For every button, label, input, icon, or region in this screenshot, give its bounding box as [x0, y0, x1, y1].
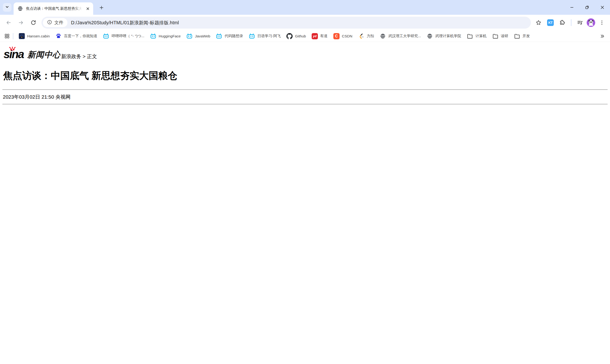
close-window-button[interactable]: [595, 0, 610, 15]
bookmark-star-button[interactable]: [533, 17, 544, 28]
tab-close-button[interactable]: [85, 5, 91, 12]
site-info-chip[interactable]: 文件: [43, 18, 67, 27]
bookmark-label: JavaWeb: [195, 34, 210, 38]
forward-arrow-icon: [18, 20, 24, 26]
bookmark-item[interactable]: 武理计算机学院: [424, 32, 464, 40]
panda-avatar-icon: [587, 18, 595, 27]
browser-titlebar: 焦点访谈：中国底气 新思想夯实大国粮仓: [0, 0, 610, 15]
three-dots-icon: [599, 20, 605, 26]
bookmark-item[interactable]: 力扣: [356, 32, 376, 40]
bookmark-item[interactable]: HuggingFace: [148, 32, 183, 40]
cabin-favicon-icon: [19, 33, 25, 39]
media-controls-button[interactable]: [575, 17, 585, 28]
apps-shortcut-button[interactable]: [3, 32, 11, 40]
toolbar-right-icons: KT: [533, 17, 607, 28]
browser-toolbar: 文件 D:/Java%20Study/HTML/01新浪新闻-标题排版.html…: [0, 15, 610, 30]
sina-red-eye-icon: [10, 47, 15, 51]
browser-tab[interactable]: 焦点访谈：中国底气 新思想夯实大国粮仓: [13, 2, 93, 15]
reload-icon: [30, 20, 37, 26]
sina-header: sina 新闻中心 新浪政务 > 正文: [3, 42, 608, 61]
folder-icon: [467, 33, 473, 39]
bookmark-label: 百度一下，你就知道: [64, 34, 97, 39]
bookmarks-divider: [13, 33, 13, 39]
bilibili-icon: [186, 33, 193, 39]
bookmark-item[interactable]: 日语学习-阿飞: [247, 32, 283, 40]
bookmark-label: 代码随想录: [224, 34, 243, 39]
github-icon: [286, 33, 293, 39]
bookmark-item[interactable]: 武汉理工大学研究...: [377, 32, 423, 40]
window-controls: [564, 0, 610, 15]
info-icon: [47, 20, 52, 26]
bilibili-icon: [216, 33, 222, 39]
bookmark-item[interactable]: 开发: [512, 32, 532, 40]
bookmark-label: 力扣: [367, 34, 374, 39]
kt-extension-icon: KT: [547, 19, 554, 26]
bookmark-label: CSDN: [342, 34, 352, 38]
bookmark-item[interactable]: JavaWeb: [184, 32, 213, 40]
bookmark-item[interactable]: 哔哩哔哩（ °- °)つ...: [101, 32, 147, 40]
article-headline: 焦点访谈：中国底气 新思想夯实大国粮仓: [3, 70, 608, 81]
media-playlist-icon: [577, 20, 583, 26]
sina-news-logo[interactable]: sina 新闻中心: [3, 47, 60, 61]
bookmark-label: Github: [295, 34, 306, 38]
browser-menu-button[interactable]: [597, 17, 607, 28]
apps-grid-icon: [4, 34, 10, 39]
bookmark-item[interactable]: 百度一下，你就知道: [53, 32, 100, 40]
minimize-button[interactable]: [564, 0, 580, 15]
youdao-icon: yd: [312, 33, 318, 39]
puzzle-icon: [559, 20, 565, 26]
bilibili-icon: [249, 33, 255, 39]
folder-icon: [514, 33, 520, 39]
star-icon: [535, 20, 542, 26]
globe-icon: [380, 33, 386, 39]
bookmark-label: HuggingFace: [159, 34, 181, 38]
bookmark-label: 武汉理工大学研究...: [389, 34, 421, 39]
globe-icon: [427, 33, 433, 39]
toolbar-divider: [571, 19, 571, 26]
url-text: D:/Java%20Study/HTML/01新浪新闻-标题排版.html: [71, 20, 179, 26]
back-button[interactable]: [3, 17, 14, 28]
restore-button[interactable]: [580, 0, 595, 15]
file-chip-label: 文件: [54, 20, 63, 26]
headline-divider-bottom: [2, 104, 608, 104]
tab-title-fade: [73, 6, 85, 11]
folder-icon: [492, 33, 498, 39]
profile-avatar[interactable]: [587, 18, 595, 27]
bookmark-label: 读研: [501, 34, 508, 39]
bookmark-label: 有道: [320, 34, 328, 39]
back-arrow-icon: [5, 20, 12, 26]
chevron-down-icon: [5, 5, 9, 10]
forward-button[interactable]: [15, 17, 27, 28]
bookmark-label: 武理计算机学院: [435, 34, 461, 39]
bookmark-label: 计算机: [475, 34, 487, 39]
new-tab-button[interactable]: [97, 3, 106, 13]
extensions-button[interactable]: [557, 17, 568, 28]
double-chevron-right-icon: [600, 34, 605, 39]
bilibili-icon: [150, 33, 156, 39]
bookmarks-list: Hansen.cabin百度一下，你就知道哔哩哔哩（ °- °)つ...Hugg…: [16, 32, 597, 40]
plus-icon: [99, 5, 104, 11]
bookmark-item[interactable]: yd有道: [309, 32, 330, 40]
bookmark-label: 日语学习-阿飞: [257, 34, 281, 39]
bookmark-item[interactable]: 计算机: [464, 32, 489, 40]
article-dateline: 2023年03月02日 21:50 央视网: [3, 94, 608, 100]
bookmark-label: 哔哩哔哩（ °- °)つ...: [112, 34, 144, 39]
bookmark-item[interactable]: CCSDN: [331, 32, 355, 40]
leetcode-icon: [358, 33, 364, 39]
bookmark-label: Hansen.cabin: [27, 34, 50, 38]
baidu-icon: [55, 33, 62, 39]
bilibili-icon: [103, 33, 109, 39]
bookmark-item[interactable]: Hansen.cabin: [16, 32, 52, 40]
headline-divider-top: [2, 89, 608, 90]
breadcrumb: 新浪政务 > 正文: [61, 53, 97, 61]
bookmark-item[interactable]: 读研: [490, 32, 511, 40]
reload-button[interactable]: [28, 17, 39, 28]
address-bar[interactable]: 文件 D:/Java%20Study/HTML/01新浪新闻-标题排版.html: [41, 17, 531, 29]
bookmark-item[interactable]: 代码随想录: [213, 32, 246, 40]
web-page-content: sina 新闻中心 新浪政务 > 正文 焦点访谈：中国底气 新思想夯实大国粮仓 …: [0, 42, 610, 364]
tab-search-button[interactable]: [3, 3, 12, 12]
bookmark-item[interactable]: Github: [284, 32, 308, 40]
bookmarks-overflow-button[interactable]: [597, 31, 607, 41]
kt-extension-button[interactable]: KT: [545, 17, 556, 28]
sina-logo-suffix: 新闻中心: [27, 50, 60, 59]
